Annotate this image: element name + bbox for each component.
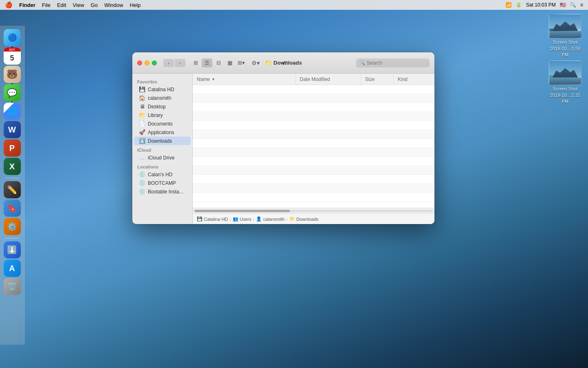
- dock-item-finder[interactable]: 🔵: [4, 29, 21, 46]
- sidebar-item-library[interactable]: 📁 Library: [134, 111, 191, 119]
- desktop-icon-screenshot2[interactable]: Screen Shot 2019-10....2.32 PM: [549, 61, 581, 104]
- dock-item-chrome[interactable]: 🌐: [4, 103, 21, 120]
- maximize-button[interactable]: [152, 61, 157, 65]
- screenshot2-label-line2: 2019-10....2.32 PM: [549, 92, 581, 104]
- col-header-name[interactable]: Name ▼: [193, 74, 296, 85]
- dock-item-trash[interactable]: 🗑️: [4, 278, 21, 295]
- sidebar-item-catalinahd[interactable]: 💾 Catalina HD: [134, 85, 191, 94]
- more-view-button[interactable]: ⊞▾: [236, 58, 247, 67]
- breadcrumb-catalinahd[interactable]: 💾 Catalina HD: [197, 216, 228, 222]
- favorites-header: Favorites: [132, 77, 192, 85]
- sidebar-item-icloud-drive[interactable]: ☁️ iCloud Drive: [134, 153, 191, 162]
- breadcrumb-users-icon: 👥: [233, 216, 238, 222]
- file-row: [193, 157, 434, 166]
- back-button[interactable]: ‹: [163, 59, 174, 67]
- sidebar-item-calans-hd[interactable]: 💿 Calan's HD: [134, 170, 191, 179]
- menubar: 🍎 Finder File Edit View Go Window Help 📶…: [0, 0, 588, 10]
- dock-item-powerpoint[interactable]: P: [4, 139, 21, 157]
- downloads-icon: ⬇️: [7, 245, 17, 255]
- control-center-icon[interactable]: ≡: [580, 2, 583, 8]
- bear-icon: 🐻: [7, 69, 18, 80]
- col-header-kind[interactable]: Kind: [394, 74, 434, 85]
- catalinahd-icon: 💾: [139, 86, 145, 92]
- search-box[interactable]: 🔍: [356, 58, 430, 67]
- dock-item-blender[interactable]: ⚙️: [4, 218, 21, 235]
- menu-go[interactable]: Go: [91, 2, 98, 8]
- dock-separator-2: [5, 238, 20, 238]
- sidebar-item-downloads[interactable]: ⬇️ Downloads: [134, 137, 191, 145]
- dock-item-bookmark[interactable]: 🔖: [4, 200, 21, 217]
- menu-edit[interactable]: Edit: [57, 2, 66, 8]
- screenshot2-label-line1: Screen Shot: [549, 86, 581, 92]
- file-list: [193, 85, 434, 208]
- gallery-view-button[interactable]: ▦: [225, 58, 235, 67]
- dock-item-calendar[interactable]: OCT 5: [4, 47, 21, 65]
- breadcrumb-users[interactable]: 👥 Users: [233, 216, 252, 222]
- action-menu-button[interactable]: ⚙▾: [250, 58, 261, 67]
- sidebar-item-applications[interactable]: 🚀 Applications: [134, 128, 191, 137]
- icon-view-button[interactable]: ⊞: [190, 58, 201, 67]
- col-header-date[interactable]: Date Modified: [296, 74, 361, 85]
- bootcamp-icon: 💿: [139, 180, 145, 186]
- window-title-text: Downloads: [274, 60, 302, 66]
- dock-item-appstore[interactable]: A: [4, 260, 21, 277]
- dock-item-excel[interactable]: X: [4, 158, 21, 175]
- dock-item-bear[interactable]: 🐻: [4, 66, 21, 83]
- breadcrumb-downloads-icon: 📁: [290, 216, 295, 222]
- sidebar-item-bootcamp[interactable]: 💿 BOOTCAMP: [134, 179, 191, 187]
- library-label: Library: [148, 112, 163, 118]
- appstore-icon: A: [9, 264, 15, 273]
- dock-item-word[interactable]: W: [4, 121, 21, 138]
- icloud-drive-icon: ☁️: [139, 155, 145, 161]
- sidebar-item-bootable[interactable]: 💿 Bootable Insta...: [134, 187, 191, 196]
- library-icon: 📁: [139, 112, 145, 118]
- scrollbar-thumb[interactable]: [194, 210, 290, 212]
- word-icon: W: [8, 125, 16, 135]
- dock-item-downloads[interactable]: ⬇️: [4, 241, 21, 258]
- column-view-button[interactable]: ⊟: [213, 58, 224, 67]
- col-header-size[interactable]: Size: [361, 74, 394, 85]
- desktop-icon-screenshot1[interactable]: Screen Shot 2019-10....1.59 PM: [549, 14, 581, 58]
- documents-icon: 📄: [139, 121, 145, 127]
- finder-content: Name ▼ Date Modified Size Kind: [193, 74, 434, 224]
- menubar-left: 🍎 Finder File Edit View Go Window Help: [5, 1, 140, 9]
- downloads-sidebar-icon: ⬇️: [139, 138, 145, 144]
- sort-arrow: ▼: [212, 77, 215, 81]
- col-kind-label: Kind: [398, 76, 408, 82]
- sidebar-item-calansmith[interactable]: 🏠 calansmith: [134, 94, 191, 102]
- flag-icon: 🇺🇸: [560, 2, 566, 8]
- close-button[interactable]: [137, 61, 142, 65]
- screenshot1-label-line1: Screen Shot: [549, 39, 581, 45]
- calans-hd-icon: 💿: [139, 171, 145, 177]
- breadcrumb-downloads[interactable]: 📁 Downloads: [290, 216, 318, 222]
- file-row: [193, 85, 434, 94]
- list-view-button[interactable]: ☰: [202, 58, 212, 67]
- file-row: [193, 175, 434, 184]
- menu-file[interactable]: File: [42, 2, 51, 8]
- messages-icon: 💬: [7, 88, 17, 98]
- menu-finder[interactable]: Finder: [19, 2, 36, 8]
- breadcrumb-catalinahd-icon: 💾: [197, 216, 203, 222]
- apple-menu[interactable]: 🍎: [5, 1, 13, 9]
- dock-item-pencil[interactable]: ✏️: [4, 181, 21, 198]
- dock-separator: [5, 178, 20, 178]
- breadcrumb-sep-1: ›: [229, 217, 231, 222]
- menu-help[interactable]: Help: [130, 2, 141, 8]
- col-size-label: Size: [365, 76, 374, 82]
- file-row: [193, 94, 434, 103]
- menu-window[interactable]: Window: [104, 2, 123, 8]
- scrollbar-track[interactable]: [194, 210, 433, 212]
- file-row: [193, 103, 434, 112]
- sidebar-item-desktop[interactable]: 🖥 Desktop: [134, 102, 191, 111]
- calansmith-icon: 🏠: [139, 95, 145, 101]
- breadcrumb-calansmith[interactable]: 👤 calansmith: [256, 216, 285, 222]
- clock: Sat 10:03 PM: [526, 2, 556, 8]
- menu-view[interactable]: View: [73, 2, 84, 8]
- minimize-button[interactable]: [145, 61, 149, 65]
- search-input[interactable]: [367, 60, 426, 66]
- search-menubar-icon[interactable]: 🔍: [570, 2, 576, 8]
- sidebar-item-documents[interactable]: 📄 Documents: [134, 119, 191, 128]
- forward-button[interactable]: ›: [175, 59, 185, 67]
- dock-item-messages[interactable]: 💬: [4, 84, 21, 101]
- bookmark-icon: 🔖: [7, 203, 17, 213]
